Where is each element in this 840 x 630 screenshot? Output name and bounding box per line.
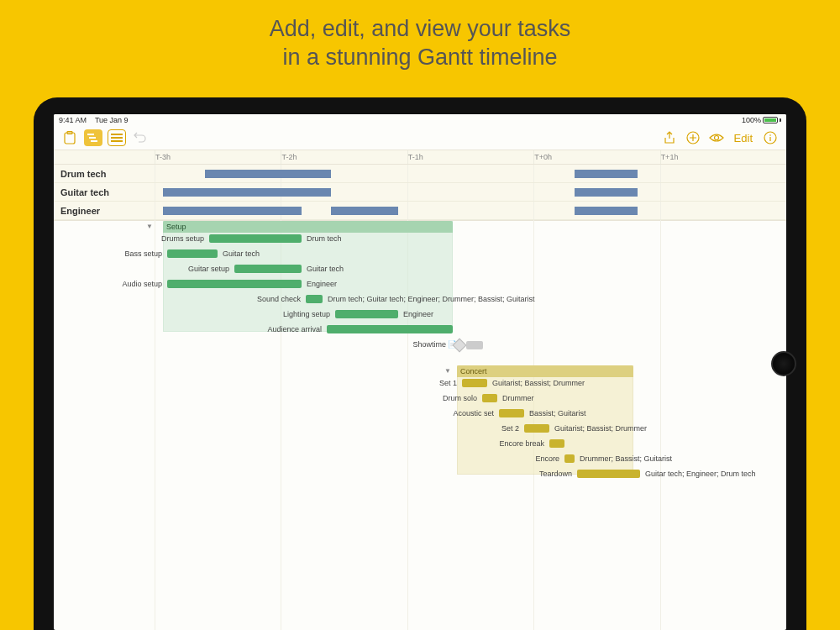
task-label: Guitar setup	[54, 265, 229, 273]
task-assignee-label: Guitarist; Bassist; Drummer	[554, 424, 647, 433]
task-label: Drum solo	[54, 394, 477, 402]
resource-bar[interactable]	[205, 170, 331, 178]
svg-rect-12	[769, 137, 770, 141]
chart-area[interactable]: Drum techGuitar techEngineer Setup ▼ Con…	[54, 165, 786, 630]
task-bar[interactable]	[306, 295, 323, 303]
task-assignee-label: Engineer	[307, 280, 337, 288]
svg-rect-7	[111, 140, 123, 142]
timeline-tick: T-1h	[407, 150, 533, 164]
resource-bar[interactable]	[331, 207, 398, 215]
edit-button[interactable]: Edit	[731, 132, 756, 144]
resource-bar[interactable]	[575, 207, 638, 215]
task-label: Showtime	[412, 340, 446, 349]
task-label: Drums setup	[54, 234, 204, 243]
task-bar[interactable]	[234, 265, 302, 273]
svg-rect-5	[111, 134, 123, 135]
task-bar[interactable]	[167, 280, 302, 288]
task-bar[interactable]	[482, 394, 497, 402]
status-bar: 9:41 AM Tue Jan 9 100%	[54, 114, 786, 126]
tablet-frame: 9:41 AM Tue Jan 9 100%	[34, 97, 806, 630]
task-label: Set 1	[54, 379, 457, 387]
resource-rows: Drum techGuitar techEngineer	[54, 165, 786, 221]
slack-bar	[466, 341, 483, 349]
resource-bar[interactable]	[163, 188, 331, 197]
task-bar[interactable]	[549, 439, 564, 448]
task-bar[interactable]	[462, 379, 487, 387]
svg-point-9	[714, 136, 718, 140]
task-assignee-label: Guitar tech	[307, 265, 344, 273]
resource-label: Guitar tech	[54, 187, 155, 197]
task-bar[interactable]	[335, 310, 398, 318]
task-label: Audio setup	[54, 280, 162, 288]
chevron-down-icon[interactable]: ▼	[444, 367, 451, 375]
add-icon[interactable]	[684, 129, 702, 146]
resource-row: Guitar tech	[54, 183, 786, 202]
task-assignee-label: Guitarist; Bassist; Drummer	[492, 379, 585, 387]
group-setup-header[interactable]: Setup	[163, 221, 453, 233]
task-label: Acoustic set	[54, 409, 494, 417]
resource-row: Drum tech	[54, 165, 786, 183]
status-date: Tue Jan 9	[95, 116, 129, 124]
task-assignee-label: Guitar tech	[223, 249, 260, 258]
svg-rect-6	[111, 137, 123, 139]
toolbar: Edit	[54, 126, 786, 150]
headline-line1: Add, edit, and view your tasks	[0, 15, 840, 44]
resource-row: Engineer	[54, 202, 786, 220]
task-assignee-label: Drummer; Bassist; Guitarist	[580, 454, 672, 463]
task-bar[interactable]	[209, 234, 302, 243]
task-assignee-label: Engineer	[403, 310, 433, 318]
undo-icon[interactable]	[131, 129, 150, 146]
task-label: Teardown	[54, 470, 572, 478]
info-icon[interactable]	[761, 129, 780, 146]
resource-bar[interactable]	[575, 170, 638, 178]
task-bar[interactable]	[577, 470, 640, 478]
task-assignee-label: Drum tech; Guitar tech; Engineer; Drumme…	[328, 295, 535, 303]
task-label: Encore break	[54, 439, 544, 448]
task-rows: Setup ▼ Concert ▼ Drums setupDrum techBa…	[54, 221, 786, 226]
svg-rect-2	[87, 134, 94, 135]
status-battery: 100%	[742, 116, 781, 124]
svg-rect-4	[91, 140, 97, 142]
task-label: Encore	[54, 454, 559, 463]
task-bar[interactable]	[564, 454, 575, 463]
svg-point-11	[769, 134, 771, 136]
task-label: Audience arrival	[54, 325, 322, 333]
resource-bar[interactable]	[575, 188, 638, 197]
visibility-icon[interactable]	[707, 129, 726, 146]
timeline-tick: T+0h	[533, 150, 659, 164]
task-label: Set 2	[54, 424, 519, 433]
clipboard-icon[interactable]	[60, 129, 79, 146]
task-assignee-label: Bassist; Guitarist	[529, 409, 586, 417]
task-label: Lighting setup	[54, 310, 330, 318]
task-bar[interactable]	[499, 409, 524, 417]
resource-label: Engineer	[54, 206, 155, 216]
resource-bar[interactable]	[163, 207, 302, 215]
battery-pct: 100%	[742, 116, 761, 124]
task-assignee-label: Drum tech	[307, 234, 342, 243]
status-time: 9:41 AM	[59, 116, 87, 124]
task-bar[interactable]	[524, 424, 549, 433]
svg-rect-3	[89, 137, 96, 139]
task-assignee-label: Guitar tech; Engineer; Drum tech	[645, 470, 756, 478]
chevron-down-icon[interactable]: ▼	[146, 223, 153, 230]
timeline-tick: T-3h	[155, 150, 281, 164]
view-mode-gantt-icon[interactable]	[84, 129, 102, 146]
timeline-header: T-3hT-2hT-1hT+0hT+1h	[54, 150, 786, 165]
timeline-tick: T+1h	[660, 150, 786, 164]
view-mode-list-icon[interactable]	[108, 129, 126, 146]
group-concert-header[interactable]: Concert	[457, 365, 633, 377]
task-bar[interactable]	[327, 325, 453, 333]
timeline-tick: T-2h	[281, 150, 407, 164]
headline: Add, edit, and view your tasks in a stun…	[0, 0, 840, 72]
task-label: Bass setup	[54, 249, 162, 258]
status-left: 9:41 AM Tue Jan 9	[59, 116, 129, 124]
task-assignee-label: Drummer	[502, 394, 534, 402]
app-screen: 9:41 AM Tue Jan 9 100%	[54, 114, 786, 630]
share-icon[interactable]	[660, 129, 679, 146]
headline-line2: in a stunning Gantt timeline	[0, 44, 840, 72]
task-label: Sound check	[54, 295, 301, 303]
resource-label: Drum tech	[54, 169, 155, 179]
task-bar[interactable]	[167, 249, 218, 258]
